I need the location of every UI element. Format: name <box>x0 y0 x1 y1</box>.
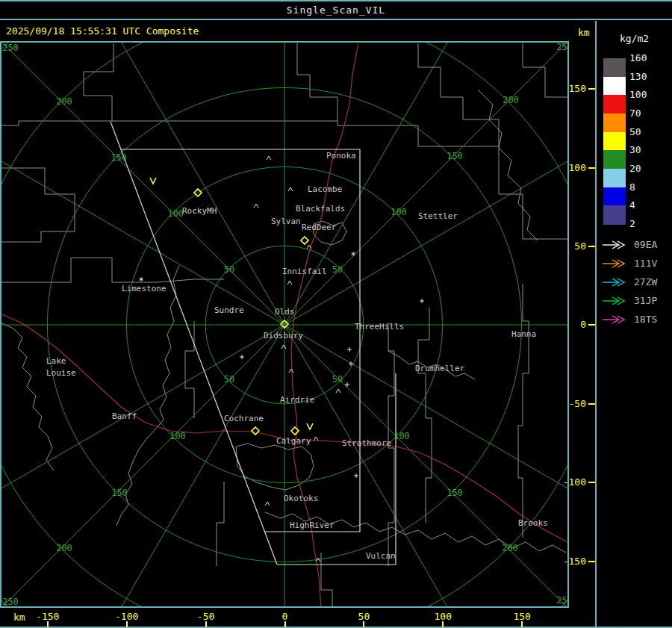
bottom-axis-tick-label: -150 <box>25 611 70 622</box>
legend-threshold-label: 30 <box>629 144 641 155</box>
right-axis-tick <box>588 246 595 247</box>
legend-threshold-label: 8 <box>629 181 635 193</box>
county-boundary <box>418 308 432 523</box>
city-label: Calgary <box>276 436 311 446</box>
county-boundary <box>116 265 179 526</box>
ring-distance-label: 150 <box>447 488 463 498</box>
city-label: Okotoks <box>284 494 318 503</box>
bottom-axis-tick-label: 150 <box>500 611 544 622</box>
city-label: Brooks <box>518 518 548 528</box>
bottom-axis-tick <box>205 621 207 627</box>
ring-distance-label: 50 <box>332 264 343 275</box>
right-axis-unit: km <box>578 27 590 38</box>
azimuth-spoke <box>75 43 284 325</box>
town-plus-icon <box>347 347 352 352</box>
bottom-axis-tick-label: -50 <box>184 611 228 622</box>
ring-distance-label: 200 <box>502 543 518 553</box>
radar-site-icon <box>252 427 259 435</box>
town-asterisk-icon: * <box>138 276 143 286</box>
ring-distance-label: 50 <box>224 264 234 275</box>
bottom-axis-tick-label: -100 <box>105 611 149 622</box>
legend-swatch <box>603 205 626 224</box>
county-boundary <box>518 284 529 538</box>
bottom-axis-tick <box>521 621 523 627</box>
bottom-axis-tick <box>363 621 364 627</box>
bottom-axis-tick <box>126 621 128 627</box>
town-caret-icon <box>314 437 318 441</box>
city-label: Strathmore <box>342 438 391 448</box>
legend-swatch <box>603 132 626 151</box>
track-id-label: 31JP <box>634 295 657 306</box>
azimuth-spoke <box>1 325 284 606</box>
azimuth-spoke <box>284 43 567 325</box>
city-label: Hanna <box>511 329 536 339</box>
right-axis-tick-label: 0 <box>555 319 586 330</box>
ring-distance-label: 100 <box>391 207 407 217</box>
track-arrow-icon <box>601 314 631 325</box>
legend-threshold-label: 4 <box>629 199 635 211</box>
legend-swatch <box>603 95 626 114</box>
town-asterisk-icon: * <box>350 250 355 261</box>
ring-distance-label: 150 <box>111 488 128 498</box>
radar-site-icon <box>301 237 308 244</box>
town-plus-icon <box>354 473 358 478</box>
track-arrow-icon <box>601 277 631 287</box>
scan-timestamp: 2025/09/18 15:55:31 UTC Composite <box>6 25 199 37</box>
right-axis-tick-label: 150 <box>555 83 586 94</box>
legend-threshold-label: 100 <box>629 89 647 100</box>
legend-swatch <box>603 150 626 169</box>
bottom-axis-tick <box>284 621 286 627</box>
town-plus-icon <box>420 299 424 303</box>
city-label: Blackfalds <box>296 204 345 214</box>
scan-sector-outline <box>111 122 277 565</box>
azimuth-spoke <box>284 43 494 325</box>
town-caret-icon <box>287 281 292 285</box>
city-label: Didsbury <box>264 331 303 341</box>
radar-site-icon <box>291 427 299 435</box>
town-caret-icon <box>336 389 340 393</box>
ring-distance-label: 100 <box>393 431 410 441</box>
county-boundary <box>297 43 337 121</box>
right-axis-tick <box>588 88 595 90</box>
ring-distance-label: 150 <box>447 151 463 161</box>
city-label: Banff <box>112 411 137 421</box>
ring-distance-label: 200 <box>56 543 72 553</box>
legend-swatch <box>603 169 626 187</box>
ring-distance-label: 50 <box>332 374 343 385</box>
ring-distance-label: 250 <box>556 43 567 52</box>
city-label: HighRiver <box>290 520 335 530</box>
town-caret-icon <box>289 369 293 373</box>
track-id-label: 18TS <box>634 314 657 325</box>
county-boundary <box>418 43 499 146</box>
county-boundary <box>478 90 538 240</box>
right-axis-tick <box>588 482 595 483</box>
city-label: Cochrane <box>224 414 264 423</box>
city-label: Sylvan <box>271 217 301 226</box>
azimuth-spoke <box>1 116 284 325</box>
ring-distance-label: 250 <box>2 597 19 606</box>
city-label: Lake <box>46 356 66 366</box>
ring-distance-label: 100 <box>167 208 184 219</box>
ring-distance-label: 50 <box>224 374 234 385</box>
county-boundary <box>185 321 194 418</box>
track-arrow-icon <box>601 240 631 250</box>
city-label: Drumheller <box>415 364 465 373</box>
legend-threshold-label: 160 <box>629 52 647 63</box>
city-label: Olds <box>275 307 295 317</box>
city-label: RockyMH <box>182 206 217 216</box>
city-label: ThreeHills <box>355 322 404 332</box>
right-axis-tick-label: -150 <box>555 556 586 567</box>
town-caret-icon <box>267 156 271 160</box>
legend-threshold-label: 50 <box>629 126 641 137</box>
county-boundary <box>1 121 19 125</box>
radar-map: 5050505010010010010015015015015020020020… <box>1 43 567 606</box>
right-axis-tick <box>588 561 595 562</box>
city-label: RedDeer <box>302 223 337 232</box>
right-axis-tick-label: -100 <box>555 476 586 488</box>
town-caret-icon <box>288 187 293 191</box>
ring-distance-label: 100 <box>169 431 186 441</box>
city-label: Ponoka <box>326 151 356 161</box>
county-boundary <box>1 323 54 470</box>
legend-separator <box>595 21 597 628</box>
track-id-label: 09EA <box>634 239 657 250</box>
